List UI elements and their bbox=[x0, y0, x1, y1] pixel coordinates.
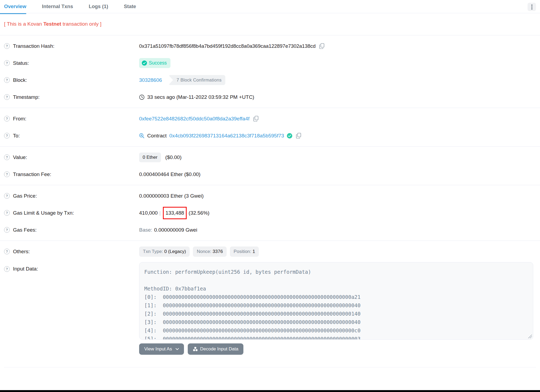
notice-bold: Testnet bbox=[43, 21, 61, 27]
to-row: ? To: Contract 0x4cb093f226983713164a621… bbox=[4, 127, 536, 144]
notice-prefix: [ This is a Kovan bbox=[4, 21, 43, 27]
gas-limit-value: 410,000 bbox=[139, 210, 158, 216]
check-circle-icon bbox=[142, 60, 147, 66]
input-data-label: Input Data: bbox=[13, 266, 38, 272]
timestamp-value: 33 secs ago (Mar-11-2022 03:59:32 PM +UT… bbox=[147, 94, 254, 100]
help-icon[interactable]: ? bbox=[4, 193, 10, 199]
tab-bar: Overview Internal Txns Logs (1) State bbox=[0, 0, 540, 13]
input-data-word: [4]:000000000000000000000000000000000000… bbox=[144, 326, 528, 335]
gas-fees-label: Gas Fees: bbox=[13, 227, 37, 233]
others-label: Others: bbox=[13, 249, 30, 255]
value-amount-badge: 0 Ether bbox=[139, 153, 161, 162]
help-icon[interactable]: ? bbox=[4, 94, 10, 100]
value-row: ? Value: 0 Ether ($0.00) bbox=[4, 149, 536, 166]
help-icon[interactable]: ? bbox=[4, 116, 10, 121]
notice-suffix: transaction only ] bbox=[61, 21, 102, 27]
gas-fees-row: ? Gas Fees: Base: 0.000000009 Gwei bbox=[4, 221, 536, 238]
input-data-word: [3]:000000000000000000000000000000000000… bbox=[144, 318, 528, 326]
tab-internal-txns[interactable]: Internal Txns bbox=[42, 0, 73, 14]
timestamp-label: Timestamp: bbox=[13, 94, 40, 100]
gas-fees-base-label: Base: bbox=[139, 227, 152, 233]
transaction-fee-value: 0.000400464 Ether ($0.00) bbox=[139, 171, 200, 177]
kebab-menu-icon bbox=[531, 5, 532, 6]
to-address-link[interactable]: 0x4cb093f226983713164a62138c3f718a5b595f… bbox=[169, 133, 284, 139]
from-row: ? From: 0xfee7522e8482682cf50ddc50a0f8da… bbox=[4, 110, 536, 127]
from-address-link[interactable]: 0xfee7522e8482682cf50ddc50a0f8da2a39effa… bbox=[139, 116, 250, 122]
input-data-word: [2]:000000000000000000000000000000000000… bbox=[144, 310, 528, 318]
zoom-in-icon[interactable] bbox=[139, 133, 145, 138]
transaction-fee-label: Transaction Fee: bbox=[13, 171, 51, 177]
tab-logs[interactable]: Logs (1) bbox=[89, 0, 108, 14]
input-data-row: ? Input Data: Function: performUpkeep(ui… bbox=[4, 262, 536, 340]
position-badge: Position: 1 bbox=[230, 246, 259, 257]
transaction-hash-value: 0x371a51097fb78df856f8b4a7bd459f192d8cc8… bbox=[139, 43, 316, 49]
transaction-hash-label: Transaction Hash: bbox=[13, 43, 54, 49]
input-data-word: [1]:000000000000000000000000000000000000… bbox=[144, 301, 528, 310]
gas-usage-percent: (32.56%) bbox=[189, 210, 209, 216]
resize-handle[interactable] bbox=[528, 334, 532, 338]
help-icon[interactable]: ? bbox=[4, 171, 10, 177]
gas-limit-usage-label: Gas Limit & Usage by Txn: bbox=[13, 210, 74, 216]
status-label: Status: bbox=[13, 60, 29, 66]
to-label: To: bbox=[13, 133, 20, 139]
gas-usage-value: 133,488 bbox=[166, 210, 184, 216]
block-number-link[interactable]: 30328606 bbox=[139, 77, 162, 83]
status-row: ? Status: Success bbox=[4, 55, 536, 72]
help-icon[interactable]: ? bbox=[4, 249, 10, 254]
transaction-fee-row: ? Transaction Fee: 0.000400464 Ether ($0… bbox=[4, 166, 536, 183]
input-data-word: [0]:000000000000000000000000000000000000… bbox=[144, 293, 528, 301]
block-label: Block: bbox=[13, 77, 27, 83]
nonce-badge: Nonce: 3376 bbox=[193, 246, 226, 257]
gas-price-label: Gas Price: bbox=[13, 193, 37, 199]
help-icon[interactable]: ? bbox=[4, 133, 10, 138]
gas-fees-base-value: 0.000000009 Gwei bbox=[154, 227, 197, 233]
gas-price-value: 0.000000003 Ether (3 Gwei) bbox=[139, 193, 204, 199]
block-confirmations-badge: 7 Block Confirmations bbox=[169, 75, 226, 85]
help-icon[interactable]: ? bbox=[4, 210, 10, 216]
from-label: From: bbox=[13, 116, 26, 122]
gas-limit-usage-row: ? Gas Limit & Usage by Txn: 410,000 | 13… bbox=[4, 204, 536, 221]
cubes-icon bbox=[193, 347, 198, 352]
bottom-divider bbox=[4, 367, 536, 367]
help-icon[interactable]: ? bbox=[4, 60, 10, 66]
help-icon[interactable]: ? bbox=[4, 266, 10, 272]
timestamp-row: ? Timestamp: 33 secs ago (Mar-11-2022 03… bbox=[4, 89, 536, 106]
window-bottom-edge bbox=[0, 390, 540, 392]
value-label: Value: bbox=[13, 154, 27, 160]
copy-icon[interactable] bbox=[319, 43, 324, 49]
testnet-notice: [ This is a Kovan Testnet transaction on… bbox=[0, 13, 540, 35]
input-data-textarea[interactable]: Function: performUpkeep(uint256 id, byte… bbox=[139, 262, 533, 340]
help-icon[interactable]: ? bbox=[4, 154, 10, 160]
help-icon[interactable]: ? bbox=[4, 227, 10, 233]
to-type-text: Contract bbox=[147, 133, 167, 139]
view-input-as-button[interactable]: View Input As bbox=[139, 343, 184, 355]
kebab-menu-button[interactable] bbox=[528, 3, 536, 11]
help-icon[interactable]: ? bbox=[4, 77, 10, 83]
chevron-down-icon bbox=[176, 348, 179, 350]
input-data-function: Function: performUpkeep(uint256 id, byte… bbox=[144, 268, 528, 276]
tab-state[interactable]: State bbox=[124, 0, 136, 14]
status-text: Success bbox=[149, 60, 167, 66]
block-row: ? Block: 30328606 7 Block Confirmations bbox=[4, 72, 536, 89]
gas-usage-highlight-box: 133,488 bbox=[163, 207, 187, 219]
value-usd-text: ($0.00) bbox=[165, 154, 182, 160]
copy-icon[interactable] bbox=[253, 116, 259, 121]
clock-icon bbox=[139, 94, 145, 100]
input-data-methodid: MethodID: 0x7bbaf1ea bbox=[144, 285, 528, 293]
transaction-hash-row: ? Transaction Hash: 0x371a51097fb78df856… bbox=[4, 38, 536, 55]
tab-overview[interactable]: Overview bbox=[0, 0, 26, 14]
copy-icon[interactable] bbox=[296, 133, 301, 138]
pipe-separator: | bbox=[158, 210, 162, 216]
txn-type-badge: Txn Type: 0 (Legacy) bbox=[139, 246, 190, 257]
status-badge: Success bbox=[139, 58, 170, 68]
verified-check-icon bbox=[287, 133, 292, 138]
others-row: ? Others: Txn Type: 0 (Legacy) Nonce: 33… bbox=[4, 243, 536, 260]
help-icon[interactable]: ? bbox=[4, 43, 10, 49]
decode-input-data-button[interactable]: Decode Input Data bbox=[188, 343, 244, 355]
gas-price-row: ? Gas Price: 0.000000003 Ether (3 Gwei) bbox=[4, 187, 536, 204]
input-data-word: [5]:000000000000000000000000000000000000… bbox=[144, 335, 528, 340]
